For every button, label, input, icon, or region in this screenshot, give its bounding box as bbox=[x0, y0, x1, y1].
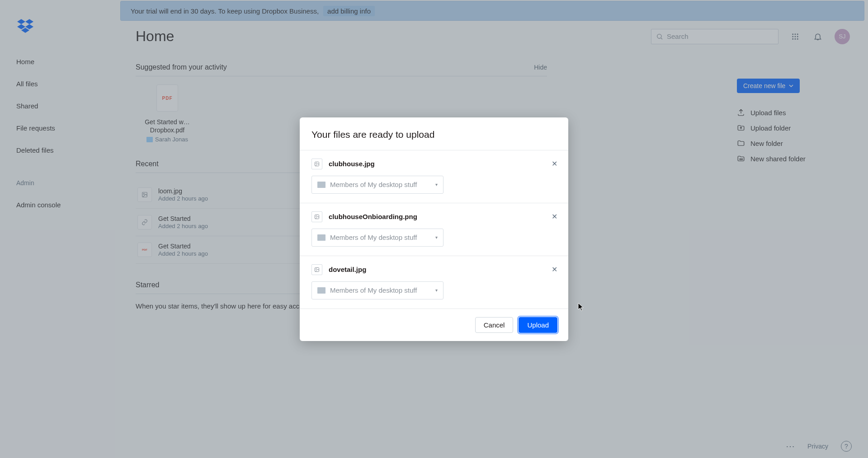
destination-select[interactable]: Members of My desktop stuff ▾ bbox=[311, 229, 443, 247]
modal-overlay: Your files are ready to upload clubhouse… bbox=[0, 0, 868, 458]
image-file-icon bbox=[311, 159, 322, 169]
modal-body: clubhouse.jpg ✕ Members of My desktop st… bbox=[300, 150, 568, 308]
chevron-down-icon: ▾ bbox=[435, 288, 438, 293]
destination-select[interactable]: Members of My desktop stuff ▾ bbox=[311, 176, 443, 194]
upload-item: dovetail.jpg ✕ Members of My desktop stu… bbox=[300, 256, 568, 308]
cursor-icon bbox=[578, 303, 584, 312]
image-file-icon bbox=[311, 264, 322, 275]
upload-item: clubhouse.jpg ✕ Members of My desktop st… bbox=[300, 150, 568, 203]
upload-button[interactable]: Upload bbox=[519, 317, 557, 333]
svg-point-16 bbox=[316, 163, 317, 164]
upload-file-name: clubhouseOnbioarding.png bbox=[329, 213, 417, 220]
destination-select[interactable]: Members of My desktop stuff ▾ bbox=[311, 281, 443, 299]
modal-title: Your files are ready to upload bbox=[300, 117, 568, 150]
chevron-down-icon: ▾ bbox=[435, 182, 438, 187]
shared-folder-icon bbox=[317, 287, 326, 294]
shared-folder-icon bbox=[317, 234, 326, 241]
cancel-button[interactable]: Cancel bbox=[475, 317, 514, 333]
upload-file-name: clubhouse.jpg bbox=[329, 160, 375, 168]
remove-file-icon[interactable]: ✕ bbox=[552, 212, 557, 221]
upload-modal: Your files are ready to upload clubhouse… bbox=[300, 117, 568, 341]
remove-file-icon[interactable]: ✕ bbox=[552, 265, 557, 274]
upload-file-name: dovetail.jpg bbox=[329, 266, 366, 273]
shared-folder-icon bbox=[317, 182, 326, 188]
image-file-icon bbox=[311, 211, 322, 222]
svg-point-18 bbox=[316, 215, 317, 216]
svg-point-20 bbox=[316, 268, 317, 269]
remove-file-icon[interactable]: ✕ bbox=[552, 159, 557, 168]
chevron-down-icon: ▾ bbox=[435, 235, 438, 240]
upload-item: clubhouseOnbioarding.png ✕ Members of My… bbox=[300, 203, 568, 256]
modal-footer: Cancel Upload bbox=[300, 308, 568, 341]
